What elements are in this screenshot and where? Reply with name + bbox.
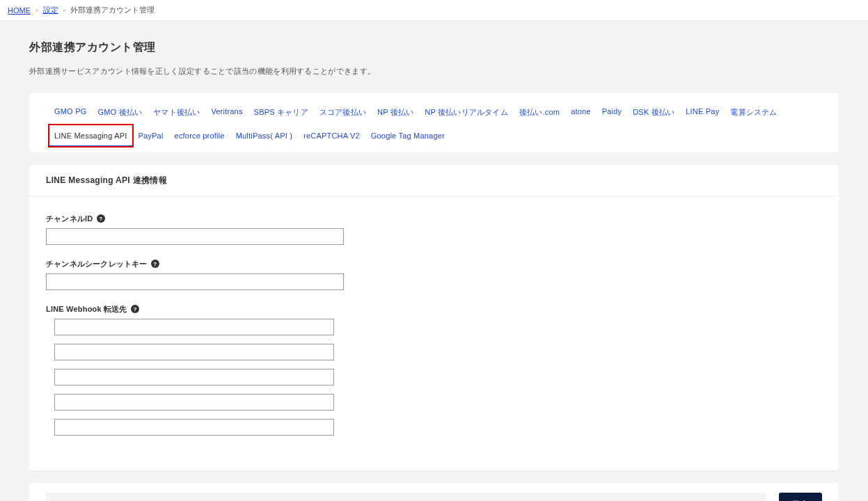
page-description: 外部連携サービスアカウント情報を正しく設定することで該当の機能を利用することがで…	[29, 66, 839, 77]
tab-ecforce[interactable]: ecforce profile	[169, 125, 230, 147]
tabs-container: GMO PGGMO 後払いヤマト後払いVeritransSBPS キャリアスコア…	[29, 93, 839, 152]
tab-line-msg[interactable]: LINE Messaging API	[49, 125, 133, 147]
tab-linepay[interactable]: LINE Pay	[680, 100, 725, 125]
tab-atone[interactable]: atone	[565, 100, 597, 125]
tab-sbps[interactable]: SBPS キャリア	[248, 100, 314, 125]
tab-yamato[interactable]: ヤマト後払い	[148, 100, 205, 125]
breadcrumb-current: 外部連携アカウント管理	[70, 5, 155, 15]
footer-spacer	[46, 493, 766, 501]
help-icon[interactable]: ?	[131, 305, 139, 313]
webhook-input-5[interactable]	[54, 419, 334, 436]
tab-gmo-atobarai[interactable]: GMO 後払い	[92, 100, 148, 125]
tab-gmo-pg[interactable]: GMO PG	[49, 100, 92, 125]
tabs-row: GMO PGGMO 後払いヤマト後払いVeritransSBPS キャリアスコア…	[49, 100, 819, 147]
footer-bar: 保存	[29, 483, 839, 501]
chevron-right-icon: »	[63, 6, 67, 14]
tab-paypal[interactable]: PayPal	[133, 125, 169, 147]
webhook-input-3[interactable]	[54, 369, 334, 385]
tab-veritrans[interactable]: Veritrans	[205, 100, 248, 125]
form-body: チャンネルID ? チャンネルシークレットキー ? LINE Webhook 転…	[29, 197, 839, 470]
tab-paidy[interactable]: Paidy	[597, 100, 628, 125]
channel-secret-label: チャンネルシークレットキー ?	[46, 259, 822, 269]
channel-secret-input[interactable]	[46, 273, 344, 290]
webhook-input-4[interactable]	[54, 394, 334, 411]
help-icon[interactable]: ?	[151, 260, 159, 268]
tab-score[interactable]: スコア後払い	[314, 100, 372, 125]
chevron-right-icon: »	[35, 6, 39, 14]
tab-dsk[interactable]: DSK 後払い	[627, 100, 680, 125]
tab-atobarai-com[interactable]: 後払い.com	[514, 100, 565, 125]
field-webhook: LINE Webhook 転送先 ?	[46, 304, 822, 436]
breadcrumb: HOME » 設定 » 外部連携アカウント管理	[0, 0, 868, 21]
breadcrumb-settings[interactable]: 設定	[43, 5, 58, 15]
form-card: LINE Messaging API 連携情報 チャンネルID ? チャンネルシ…	[29, 165, 839, 470]
webhook-input-2[interactable]	[54, 344, 334, 360]
tab-np[interactable]: NP 後払い	[372, 100, 419, 125]
field-channel-id: チャンネルID ?	[46, 214, 822, 245]
tab-np-real[interactable]: NP 後払いリアルタイム	[419, 100, 514, 125]
tab-multipass[interactable]: MultiPass( API )	[230, 125, 298, 147]
webhook-input-list	[46, 319, 822, 436]
field-channel-secret: チャンネルシークレットキー ?	[46, 259, 822, 290]
tab-recaptcha[interactable]: reCAPTCHA V2	[298, 125, 365, 147]
webhook-label: LINE Webhook 転送先 ?	[46, 304, 822, 315]
channel-id-input[interactable]	[46, 228, 344, 245]
tab-densan[interactable]: 電算システム	[725, 100, 782, 125]
help-icon[interactable]: ?	[97, 214, 105, 223]
webhook-input-1[interactable]	[54, 319, 334, 335]
section-header: LINE Messaging API 連携情報	[29, 165, 839, 197]
channel-id-label: チャンネルID ?	[46, 214, 822, 224]
tab-gtm[interactable]: Google Tag Manager	[365, 125, 450, 147]
save-button[interactable]: 保存	[779, 493, 822, 501]
breadcrumb-home[interactable]: HOME	[8, 6, 31, 15]
page-title: 外部連携アカウント管理	[29, 40, 839, 55]
